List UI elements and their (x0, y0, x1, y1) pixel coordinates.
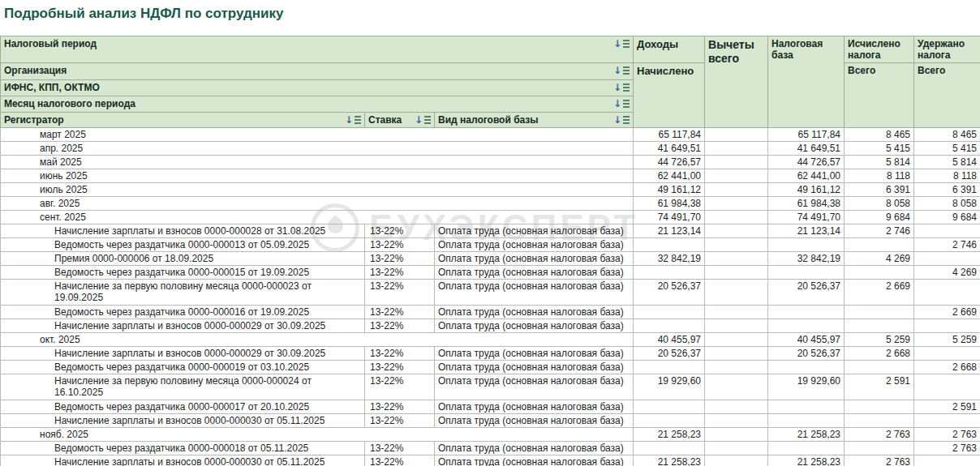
register-detail-row: Ведомость через раздатчика 0000-000018 о… (1, 442, 980, 455)
value-cell-tax_base: 65 117,84 (768, 128, 845, 142)
value-cell-tax_base: 61 984,38 (768, 197, 845, 211)
value-cell-withheld: 2 668 (914, 361, 980, 374)
value-cell-deductions (705, 142, 768, 156)
rate-cell: 13-22% (365, 455, 435, 466)
value-cell-income (634, 361, 705, 374)
value-cell-deductions (705, 347, 768, 361)
header-cell-tax-base-kind: ↓ Вид налоговой базы (435, 113, 634, 128)
header-cell-month-of-period: ↓ Месяц налогового периода (1, 96, 634, 113)
value-cell-assessed: 8 058 (845, 197, 914, 211)
value-cell-deductions (705, 414, 768, 428)
month-group-row: окт. 202540 455,9740 455,975 2595 259 (1, 333, 980, 347)
tax-base-kind-cell: Оплата труда (основная налоговая база) (435, 374, 634, 400)
value-cell-assessed: 9 684 (845, 211, 914, 224)
month-group-cell[interactable]: июнь 2025 (1, 169, 634, 183)
sort-icon[interactable]: ↓ (613, 66, 630, 75)
sort-icon[interactable]: ↓ (613, 115, 630, 125)
month-group-cell[interactable]: апр. 2025 (1, 142, 634, 156)
value-cell-assessed: 2 668 (845, 347, 914, 361)
month-group-cell[interactable]: март 2025 (1, 128, 634, 142)
header-cell-assessed-sub: Всего (845, 63, 914, 128)
value-cell-income (634, 414, 705, 428)
value-cell-deductions (705, 455, 768, 466)
value-cell-tax_base: 21 123,14 (768, 224, 845, 238)
tax-base-kind-cell: Оплата труда (основная налоговая база) (435, 238, 634, 252)
registrator-document-cell[interactable]: Начисление за первую половину месяца 000… (1, 374, 365, 400)
value-cell-deductions (705, 361, 768, 374)
header-label: Месяц налогового периода (4, 98, 135, 109)
rate-cell: 13-22% (365, 442, 435, 455)
registrator-document-cell[interactable]: Начисление за первую половину месяца 000… (1, 280, 365, 306)
value-cell-withheld (914, 252, 980, 266)
sort-icon[interactable]: ↓ (613, 83, 630, 92)
value-cell-tax_base: 20 526,37 (768, 280, 845, 306)
value-cell-withheld: 6 391 (914, 183, 980, 197)
month-group-cell[interactable]: май 2025 (1, 156, 634, 169)
registrator-document-cell[interactable]: Ведомость через раздатчика 0000-000013 о… (1, 238, 365, 252)
value-cell-deductions (705, 374, 768, 400)
value-cell-tax_base: 74 491,70 (768, 211, 845, 224)
tax-base-kind-cell: Оплата труда (основная налоговая база) (435, 400, 634, 414)
tax-base-kind-cell: Оплата труда (основная налоговая база) (435, 306, 634, 319)
value-cell-withheld: 2 763 (914, 442, 980, 455)
value-cell-deductions (705, 266, 768, 280)
value-cell-tax_base (768, 266, 845, 280)
tax-base-kind-cell: Оплата труда (основная налоговая база) (435, 252, 634, 266)
registrator-document-cell[interactable]: Начисление зарплаты и взносов 0000-00002… (1, 347, 365, 361)
value-cell-income: 20 526,37 (634, 280, 705, 306)
value-cell-withheld (914, 455, 980, 466)
registrator-document-cell[interactable]: Премия 0000-000006 от 18.09.2025 (1, 252, 365, 266)
value-cell-tax_base (768, 306, 845, 319)
month-group-row: июнь 202562 441,0062 441,008 1188 118 (1, 169, 980, 183)
header-cell-income-sub: Начислено (634, 63, 705, 128)
registrator-document-cell[interactable]: Ведомость через раздатчика 0000-000016 о… (1, 306, 365, 319)
month-group-row: май 202544 726,5744 726,575 8145 814 (1, 156, 980, 169)
value-cell-income: 32 842,19 (634, 252, 705, 266)
value-cell-assessed (845, 400, 914, 414)
value-cell-income (634, 238, 705, 252)
rate-cell: 13-22% (365, 252, 435, 266)
register-detail-row: Начисление за первую половину месяца 000… (1, 374, 980, 400)
value-cell-withheld (914, 319, 980, 333)
month-group-cell[interactable]: июль 2025 (1, 183, 634, 197)
registrator-document-cell[interactable]: Начисление зарплаты и взносов 0000-00002… (1, 224, 365, 238)
month-group-cell[interactable]: авг. 2025 (1, 197, 634, 211)
value-cell-withheld: 2 669 (914, 306, 980, 319)
tax-base-kind-cell: Оплата труда (основная налоговая база) (435, 414, 634, 428)
value-cell-withheld: 9 684 (914, 211, 980, 224)
month-group-cell[interactable]: окт. 2025 (1, 333, 634, 347)
value-cell-assessed: 2 591 (845, 374, 914, 400)
rate-cell: 13-22% (365, 414, 435, 428)
value-cell-withheld: 5 259 (914, 333, 980, 347)
sort-icon[interactable]: ↓ (613, 39, 630, 49)
month-group-cell[interactable]: нояб. 2025 (1, 428, 634, 442)
registrator-document-cell[interactable]: Ведомость через раздатчика 0000-000019 о… (1, 361, 365, 374)
report-area: БУХЭКСПЕРТ ↓ Налоговый период Доходы Выч… (0, 36, 980, 466)
registrator-document-cell[interactable]: Начисление зарплаты и взносов 0000-00003… (1, 414, 365, 428)
registrator-document-cell[interactable]: Ведомость через раздатчика 0000-000015 о… (1, 266, 365, 280)
rate-cell: 13-22% (365, 347, 435, 361)
value-cell-tax_base (768, 442, 845, 455)
header-cell-organization: ↓ Организация (1, 63, 634, 80)
rate-cell: 13-22% (365, 319, 435, 333)
register-detail-row: Ведомость через раздатчика 0000-000016 о… (1, 306, 980, 319)
registrator-document-cell[interactable]: Начисление зарплаты и взносов 0000-00003… (1, 455, 365, 466)
value-cell-deductions (705, 428, 768, 442)
sort-icon[interactable]: ↓ (345, 115, 361, 125)
registrator-document-cell[interactable]: Ведомость через раздатчика 0000-000018 о… (1, 442, 365, 455)
registrator-document-cell[interactable]: Начисление зарплаты и взносов 0000-00002… (1, 319, 365, 333)
header-label: Вид налоговой базы (438, 114, 539, 126)
registrator-document-cell[interactable]: Ведомость через раздатчика 0000-000017 о… (1, 400, 365, 414)
value-cell-withheld (914, 280, 980, 306)
register-detail-row: Начисление зарплаты и взносов 0000-00002… (1, 319, 980, 333)
month-group-cell[interactable]: сент. 2025 (1, 211, 634, 224)
sort-icon[interactable]: ↓ (415, 115, 431, 125)
register-detail-row: Ведомость через раздатчика 0000-000015 о… (1, 266, 980, 280)
value-cell-assessed: 2 763 (845, 428, 914, 442)
sort-icon[interactable]: ↓ (613, 99, 630, 109)
value-cell-assessed (845, 306, 914, 319)
value-cell-income: 21 258,23 (634, 455, 705, 466)
value-cell-assessed (845, 266, 914, 280)
header-cell-tax-period: ↓ Налоговый период (1, 36, 634, 63)
register-detail-row: Ведомость через раздатчика 0000-000013 о… (1, 238, 980, 252)
